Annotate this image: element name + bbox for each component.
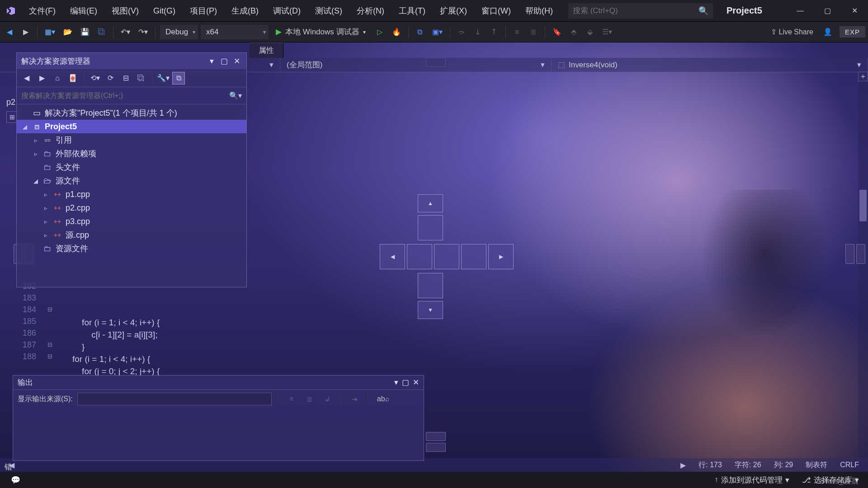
menu-project[interactable]: 项目(P): [183, 0, 224, 22]
output-find-button[interactable]: ab⌕: [374, 392, 392, 406]
solution-tree[interactable]: ▭ 解决方案"Project5"(1 个项目/共 1 个) ◢ ⧈ Projec…: [17, 104, 246, 287]
editor-scrollbar[interactable]: [858, 72, 868, 458]
start-debug-button[interactable]: ▶ 本地 Windows 调试器 ▾: [271, 25, 370, 39]
tree-file[interactable]: ▹ ++ p3.cpp: [17, 215, 246, 228]
se-showall-button[interactable]: ⿻: [135, 72, 147, 84]
panel-maximize-button[interactable]: ▢: [219, 56, 229, 66]
step-into-icon[interactable]: ⤓: [471, 25, 485, 39]
output-clear-button[interactable]: ≡: [285, 392, 298, 406]
config-select[interactable]: Debug: [160, 25, 198, 39]
fold-gutter[interactable]: ⊟⊟⊟: [45, 280, 54, 362]
dock-guide-left-arrow[interactable]: ◀: [380, 244, 405, 269]
solution-explorer-search[interactable]: 🔍▾: [17, 87, 246, 104]
new-item-button[interactable]: ▦▾: [42, 25, 58, 39]
layout-button[interactable]: ▣▾: [429, 25, 445, 39]
panel-dropdown-button[interactable]: ▾: [394, 378, 398, 387]
bookmark-next-icon[interactable]: ⬙: [583, 25, 597, 39]
dock-bottom-arrow[interactable]: [426, 443, 446, 452]
nav-fwd-button[interactable]: ▶: [19, 25, 33, 39]
start-no-debug-button[interactable]: ▷: [373, 25, 387, 39]
dock-guide-top-arrow[interactable]: ▲: [418, 194, 443, 212]
live-share-button[interactable]: ⇪ Live Share: [768, 25, 816, 39]
error-list-tab[interactable]: 错: [5, 462, 12, 472]
dock-guide-bottom-arrow[interactable]: ▼: [418, 301, 443, 319]
tree-node-references[interactable]: ▹ ▫▫ 引用: [17, 133, 246, 147]
panel-maximize-button[interactable]: ▢: [402, 378, 409, 387]
breadcrumb-symbol[interactable]: ⬚ Inverse4(void) ▾: [552, 58, 868, 72]
dock-guide-bottom[interactable]: [418, 273, 443, 298]
expand-icon[interactable]: ▹: [42, 218, 49, 225]
dock-guide-center[interactable]: [434, 244, 459, 269]
hscroll-right-icon[interactable]: ▶: [680, 461, 686, 469]
se-home-button[interactable]: ⌂: [51, 72, 64, 84]
search-input[interactable]: [573, 6, 698, 15]
close-button[interactable]: ✕: [841, 0, 868, 22]
output-titlebar[interactable]: 输出 ▾ ▢ ✕: [13, 375, 424, 390]
menu-window[interactable]: 窗口(W): [474, 0, 518, 22]
se-search-input[interactable]: [21, 92, 229, 100]
browser-link-button[interactable]: ⧉: [413, 25, 427, 39]
tree-node-headers[interactable]: 🗀 头文件: [17, 160, 246, 174]
dock-guide-left[interactable]: [407, 244, 432, 269]
solution-explorer-titlebar[interactable]: 解决方案资源管理器 ▾ ▢ ✕: [17, 53, 246, 69]
tab-p2[interactable]: p2: [6, 98, 15, 107]
output-source-select[interactable]: [77, 393, 272, 405]
tree-file[interactable]: ▹ ++ p2.cpp: [17, 201, 246, 215]
tree-node-external[interactable]: ▹ 🗀 外部依赖项: [17, 147, 246, 160]
expand-icon[interactable]: ▹: [32, 150, 39, 157]
output-goto-button[interactable]: ⇥: [348, 392, 361, 406]
indent-less-icon[interactable]: ≡: [510, 25, 524, 39]
split-editor-button[interactable]: ＋: [858, 71, 868, 81]
tab-properties[interactable]: 属性: [250, 42, 283, 58]
undo-button[interactable]: ↶▾: [118, 25, 133, 39]
menu-test[interactable]: 测试(S): [308, 0, 349, 22]
menu-debug[interactable]: 调试(D): [266, 0, 308, 22]
bookmark-list-icon[interactable]: ☰▾: [599, 25, 615, 39]
menu-analyze[interactable]: 分析(N): [349, 0, 392, 22]
menu-build[interactable]: 生成(B): [224, 0, 266, 22]
solution-explorer-panel[interactable]: 解决方案资源管理器 ▾ ▢ ✕ ◀ ▶ ⌂ 🀄 ⟲▾ ⟳ ⊟ ⿻ 🔧▾ ⧉ 🔍▾…: [16, 52, 247, 287]
minimize-button[interactable]: —: [787, 0, 814, 22]
dock-bottom-handle[interactable]: [426, 432, 446, 441]
tree-file[interactable]: ▹ ++ 源.cpp: [17, 228, 246, 242]
expand-icon[interactable]: ◢: [21, 123, 28, 130]
se-sync-button[interactable]: ⟲▾: [89, 72, 101, 84]
output-wrap-button[interactable]: ↲: [321, 392, 335, 406]
dock-guide-right-arrow[interactable]: ▶: [488, 244, 514, 269]
tree-solution[interactable]: ▭ 解决方案"Project5"(1 个项目/共 1 个): [17, 106, 246, 120]
open-button[interactable]: 📂: [61, 25, 75, 39]
expand-icon[interactable]: ▹: [42, 191, 49, 198]
platform-select[interactable]: x64: [201, 25, 269, 39]
menu-extensions[interactable]: 扩展(X): [433, 0, 474, 22]
menu-help[interactable]: 帮助(H): [518, 0, 560, 22]
output-panel[interactable]: 输出 ▾ ▢ ✕ 显示输出来源(S): ≡ ≣ ↲ ⇥ ab⌕: [13, 375, 424, 461]
bookmark-icon[interactable]: 🔖: [550, 25, 564, 39]
menu-file[interactable]: 文件(F): [22, 0, 63, 22]
chat-icon[interactable]: 💬: [11, 475, 20, 485]
expand-icon[interactable]: ◢: [32, 178, 39, 184]
indent-more-icon[interactable]: ≣: [527, 25, 540, 39]
breadcrumb-scope[interactable]: (全局范围) ▾: [280, 58, 552, 72]
redo-button[interactable]: ↷▾: [136, 25, 151, 39]
save-button[interactable]: 💾: [78, 25, 92, 39]
se-collapse-button[interactable]: ⊟: [119, 72, 132, 84]
dock-guide-right[interactable]: [461, 244, 486, 269]
dock-guide-top[interactable]: [418, 215, 443, 240]
tree-file[interactable]: ▹ ++ p1.cpp: [17, 188, 246, 201]
se-fwd-button[interactable]: ▶: [36, 72, 48, 84]
bookmark-prev-icon[interactable]: ⬘: [567, 25, 580, 39]
feedback-button[interactable]: 👤: [821, 25, 835, 39]
add-source-control-button[interactable]: ↑ 添加到源代码管理 ▾: [715, 475, 790, 485]
menu-git[interactable]: Git(G): [146, 0, 183, 22]
menu-view[interactable]: 视图(V): [104, 0, 146, 22]
se-preview-button[interactable]: ⧉: [172, 72, 185, 84]
tree-node-resources[interactable]: 🗀 资源文件: [17, 242, 246, 255]
se-back-button[interactable]: ◀: [20, 72, 33, 84]
output-toggle-button[interactable]: ≣: [303, 392, 316, 406]
scrollbar-thumb[interactable]: [859, 190, 867, 221]
menu-tools[interactable]: 工具(T): [392, 0, 433, 22]
expand-icon[interactable]: ▹: [42, 205, 49, 211]
menu-edit[interactable]: 编辑(E): [63, 0, 104, 22]
se-switch-view-button[interactable]: 🀄: [66, 72, 79, 84]
maximize-button[interactable]: ▢: [814, 0, 841, 22]
